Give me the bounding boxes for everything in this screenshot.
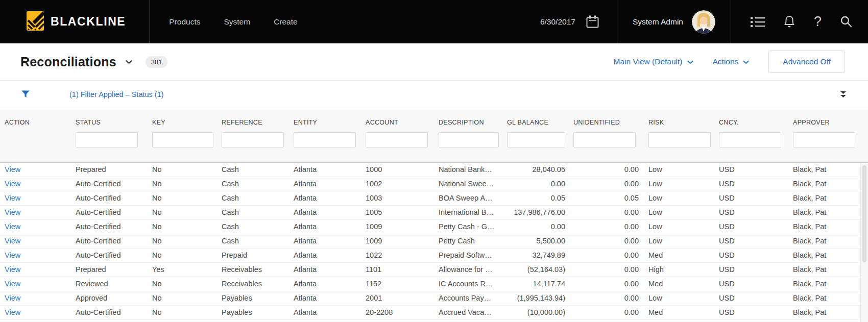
- vertical-scrollbar[interactable]: [860, 164, 868, 322]
- cell-description: National Swee…: [435, 177, 503, 191]
- cell-key: No: [148, 291, 218, 305]
- user-name: System Admin: [633, 17, 683, 27]
- double-chevron-down-icon[interactable]: [840, 91, 847, 98]
- chevron-down-icon: [125, 57, 133, 66]
- column-header-status[interactable]: STATUS: [71, 108, 148, 131]
- cell-entity: Atlanta: [290, 277, 361, 291]
- cell-account: 20-2208: [361, 305, 435, 319]
- question-icon[interactable]: ?: [814, 15, 822, 29]
- cell-approver: Black, Pat: [789, 248, 868, 262]
- view-link[interactable]: View: [5, 222, 20, 231]
- cell-status: Approved: [71, 291, 148, 305]
- cell-status: Reviewed: [71, 277, 148, 291]
- filter-cell-unidentified: [569, 131, 644, 162]
- brand-logo[interactable]: BLACKLINE: [0, 11, 126, 33]
- filter-input-gl-balance[interactable]: [507, 132, 565, 147]
- cell-cncy: USD: [715, 277, 789, 291]
- view-link[interactable]: View: [5, 251, 20, 259]
- cell-account: 1101: [361, 262, 435, 277]
- filter-cell-key: [148, 131, 218, 162]
- cell-cncy: USD: [715, 291, 789, 305]
- filter-input-reference[interactable]: [222, 132, 284, 147]
- nav-item-create[interactable]: Create: [274, 17, 298, 27]
- filter-input-cncy[interactable]: [719, 132, 781, 147]
- filter-input-unidentified[interactable]: [573, 132, 636, 147]
- cell-reference: Receivables: [218, 262, 290, 277]
- column-header-reference[interactable]: REFERENCE: [218, 108, 290, 131]
- cell-key: No: [148, 219, 218, 234]
- cell-gl-balance: 0.00: [503, 219, 569, 234]
- column-header-key[interactable]: KEY: [148, 108, 218, 131]
- view-link[interactable]: View: [5, 280, 20, 288]
- view-link[interactable]: View: [5, 208, 20, 216]
- title-dropdown[interactable]: [125, 57, 133, 66]
- cell-unidentified: 0.00: [569, 291, 644, 305]
- view-link[interactable]: View: [5, 308, 20, 316]
- cell-status: Auto-Certified: [71, 219, 148, 234]
- reconciliations-grid: ACTIONSTATUSKEYREFERENCEENTITYACCOUNTDES…: [0, 108, 868, 322]
- column-header-gl-balance[interactable]: GL BALANCE: [503, 108, 569, 131]
- cell-account: 1022: [361, 248, 435, 262]
- column-header-entity[interactable]: ENTITY: [290, 108, 361, 131]
- actions-dropdown[interactable]: Actions: [713, 57, 750, 66]
- column-header-description[interactable]: DESCRIPTION: [435, 108, 503, 131]
- period-selector[interactable]: 6/30/2017: [523, 15, 617, 29]
- cell-unidentified: 0.00: [569, 305, 644, 319]
- cell-description: Petty Cash - G…: [435, 219, 503, 234]
- view-link[interactable]: View: [5, 194, 20, 202]
- cell-status: Auto-Certified: [71, 248, 148, 262]
- advanced-toggle-button[interactable]: Advanced Off: [768, 51, 845, 73]
- view-selector-dropdown[interactable]: Main View (Default): [614, 57, 693, 66]
- filter-input-description[interactable]: [439, 132, 499, 147]
- column-header-risk[interactable]: RISK: [644, 108, 715, 131]
- cell-action: View: [0, 262, 71, 277]
- toolbar-actions: Main View (Default) Actions Advanced Off: [614, 51, 845, 73]
- view-link[interactable]: View: [5, 165, 20, 174]
- list-icon[interactable]: [751, 16, 765, 28]
- reconciliations-table: ACTIONSTATUSKEYREFERENCEENTITYACCOUNTDES…: [0, 108, 868, 320]
- cell-account: 1000: [361, 162, 435, 177]
- cell-status: Auto-Certified: [71, 205, 148, 219]
- column-header-action[interactable]: ACTION: [0, 108, 71, 131]
- table-row: ViewAuto-CertifiedNoCashAtlanta1003BOA S…: [0, 191, 868, 205]
- primary-nav: Products System Create: [169, 17, 297, 27]
- cell-entity: Atlanta: [290, 177, 361, 191]
- column-header-account[interactable]: ACCOUNT: [361, 108, 435, 131]
- bell-icon[interactable]: [783, 15, 795, 29]
- blackline-logo-icon: [27, 11, 44, 33]
- view-link[interactable]: View: [5, 237, 20, 245]
- filter-cell-reference: [218, 131, 290, 162]
- cell-cncy: USD: [715, 162, 789, 177]
- filter-input-entity[interactable]: [294, 132, 356, 147]
- filter-input-approver[interactable]: [793, 132, 855, 147]
- column-header-unidentified[interactable]: UNIDENTIFIED: [569, 108, 644, 131]
- cell-gl-balance: (52,164.03): [503, 262, 569, 277]
- filter-input-account[interactable]: [366, 132, 428, 147]
- cell-approver: Black, Pat: [789, 219, 868, 234]
- view-link[interactable]: View: [5, 180, 20, 188]
- avatar[interactable]: [692, 10, 715, 34]
- filter-summary-link[interactable]: (1) Filter Applied – Status (1): [69, 90, 164, 98]
- nav-item-system[interactable]: System: [224, 17, 250, 27]
- filter-input-status[interactable]: [76, 132, 138, 147]
- nav-item-products[interactable]: Products: [169, 17, 200, 27]
- filter-funnel-icon[interactable]: [21, 90, 30, 98]
- column-header-cncy[interactable]: CNCY.: [715, 108, 789, 131]
- view-link[interactable]: View: [5, 294, 20, 302]
- user-menu[interactable]: System Admin: [617, 10, 731, 34]
- cell-status: Auto-Certified: [71, 177, 148, 191]
- filter-input-key[interactable]: [152, 132, 213, 147]
- scrollbar-thumb[interactable]: [862, 165, 866, 262]
- cell-gl-balance: 32,749.89: [503, 248, 569, 262]
- column-header-approver[interactable]: APPROVER: [789, 108, 868, 131]
- view-link[interactable]: View: [5, 265, 20, 274]
- filter-input-risk[interactable]: [648, 132, 711, 147]
- search-icon[interactable]: [840, 15, 853, 28]
- calendar-icon[interactable]: [586, 15, 599, 29]
- cell-risk: Low: [644, 291, 715, 305]
- cell-key: No: [148, 277, 218, 291]
- brand-wordmark: BLACKLINE: [51, 15, 126, 29]
- filter-cell-account: [361, 131, 435, 162]
- cell-cncy: USD: [715, 262, 789, 277]
- cell-account: 1009: [361, 234, 435, 248]
